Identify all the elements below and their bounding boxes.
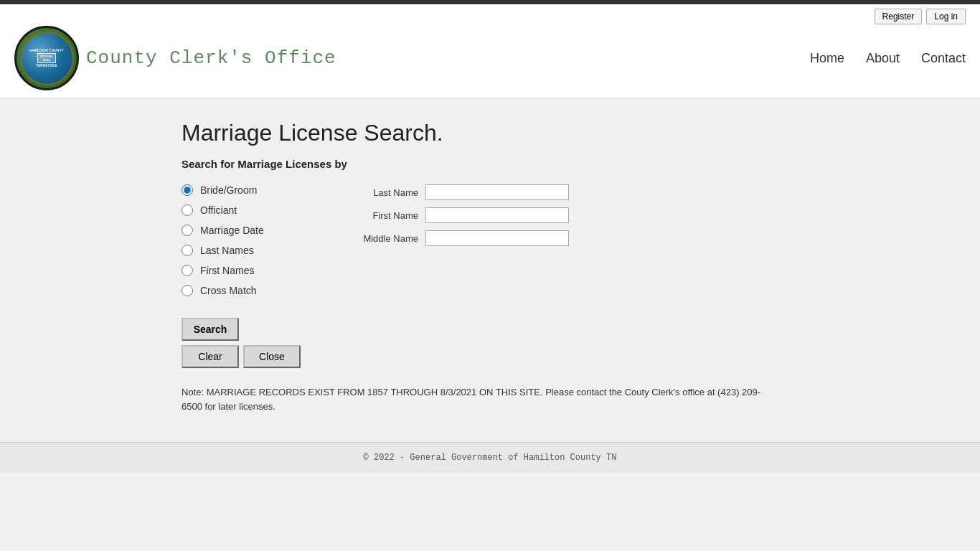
search-form: Bride/Groom Officiant Marriage Date Last… [182,184,798,296]
radio-last-names[interactable] [182,245,193,256]
radio-officiant[interactable] [182,204,193,216]
label-officiant: Officiant [200,204,237,216]
clear-button[interactable]: Clear [182,345,239,368]
last-name-row: Last Name [354,184,569,200]
last-name-label: Last Name [354,187,418,198]
header-main: HAMILTON COUNTY OFFICIALSEAL TENNESSEE C… [0,26,980,98]
first-name-input[interactable] [425,207,569,223]
page-title: Marriage License Search. [182,120,798,146]
search-fields-group: Last Name First Name Middle Name [354,184,569,246]
label-bride-groom: Bride/Groom [200,184,257,196]
radio-item-marriage-date[interactable]: Marriage Date [182,225,325,236]
radio-item-cross-match[interactable]: Cross Match [182,285,325,296]
radio-first-names[interactable] [182,265,193,276]
main-nav: Home About Contact [810,51,966,66]
nav-home[interactable]: Home [810,51,844,66]
label-last-names: Last Names [200,245,254,256]
official-seal-text: OFFICIALSEAL [37,53,56,63]
radio-item-bride-groom[interactable]: Bride/Groom [182,184,325,196]
secondary-buttons-row: Clear Close [182,345,798,368]
radio-item-last-names[interactable]: Last Names [182,245,325,256]
footer-text: © 2022 - General Government of Hamilton … [364,453,617,463]
radio-bride-groom[interactable] [182,184,193,196]
first-name-label: First Name [354,210,418,221]
middle-name-row: Middle Name [354,230,569,246]
search-button[interactable]: Search [182,318,239,341]
label-cross-match: Cross Match [200,285,257,296]
logo-seal: HAMILTON COUNTY OFFICIALSEAL TENNESSEE [20,32,74,85]
site-footer: © 2022 - General Government of Hamilton … [0,442,980,473]
radio-cross-match[interactable] [182,285,193,296]
radio-item-officiant[interactable]: Officiant [182,204,325,216]
main-content: Marriage License Search. Search for Marr… [167,98,813,442]
logo-area: HAMILTON COUNTY OFFICIALSEAL TENNESSEE C… [14,26,336,90]
buttons-area: Search Clear Close [182,318,798,368]
site-title: County Clerk's Office [86,47,336,69]
middle-name-input[interactable] [425,230,569,246]
last-name-input[interactable] [425,184,569,200]
label-first-names: First Names [200,265,254,276]
radio-item-first-names[interactable]: First Names [182,265,325,276]
login-button[interactable]: Log in [926,9,966,24]
site-logo: HAMILTON COUNTY OFFICIALSEAL TENNESSEE [14,26,79,90]
first-name-row: First Name [354,207,569,223]
site-header: Register Log in HAMILTON COUNTY OFFICIAL… [0,4,980,98]
search-subtitle: Search for Marriage Licenses by [182,158,798,170]
nav-contact[interactable]: Contact [921,51,966,66]
close-button[interactable]: Close [243,345,301,368]
nav-about[interactable]: About [866,51,900,66]
register-button[interactable]: Register [875,9,923,24]
label-marriage-date: Marriage Date [200,225,264,236]
middle-name-label: Middle Name [354,233,418,244]
search-type-group: Bride/Groom Officiant Marriage Date Last… [182,184,325,296]
note-text: Note: MARRIAGE RECORDS EXIST FROM 1857 T… [182,385,770,413]
header-top-bar: Register Log in [0,4,980,26]
radio-marriage-date[interactable] [182,225,193,236]
